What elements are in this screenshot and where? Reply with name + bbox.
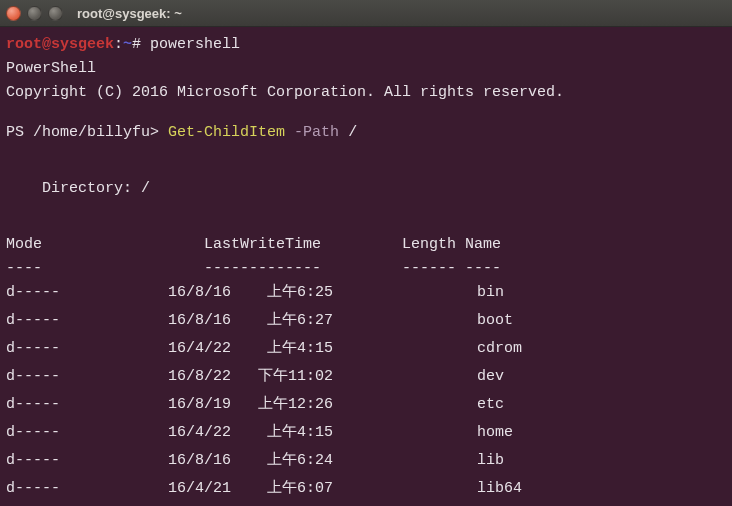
ps-prompt-line: PS /home/billyfu> Get-ChildItem -Path / bbox=[6, 121, 726, 145]
ps-param: -Path bbox=[294, 124, 339, 141]
table-row: d----- 16/4/21 上午6:07 lib64 bbox=[6, 477, 726, 501]
banner-line1: PowerShell bbox=[6, 57, 726, 81]
column-dashes: ---- ------------- ------ ---- bbox=[6, 257, 726, 281]
table-row: d----- 16/4/22 上午4:15 home bbox=[6, 421, 726, 445]
maximize-icon[interactable] bbox=[48, 6, 63, 21]
table-row: d----- 16/8/16 上午6:27 boot bbox=[6, 309, 726, 333]
listing-rows: d----- 16/8/16 上午6:25 bind----- 16/8/16 … bbox=[6, 281, 726, 505]
ps-prompt: PS /home/billyfu> bbox=[6, 124, 159, 141]
table-row: d----- 16/8/16 上午6:24 lib bbox=[6, 449, 726, 473]
window-titlebar: root@sysgeek: ~ bbox=[0, 0, 732, 27]
prompt-host: sysgeek bbox=[51, 36, 114, 53]
table-row: d----- 16/4/22 上午4:15 cdrom bbox=[6, 337, 726, 361]
prompt-user: root bbox=[6, 36, 42, 53]
terminal-body[interactable]: root@sysgeek:~# powershell PowerShell Co… bbox=[0, 27, 732, 505]
prompt-symbol: # bbox=[132, 36, 141, 53]
shell-prompt-line: root@sysgeek:~# powershell bbox=[6, 33, 726, 57]
minimize-icon[interactable] bbox=[27, 6, 42, 21]
window-title: root@sysgeek: ~ bbox=[77, 6, 182, 21]
shell-command: powershell bbox=[150, 36, 240, 53]
column-headers: Mode LastWriteTime Length Name bbox=[6, 233, 726, 257]
ps-arg: / bbox=[348, 124, 357, 141]
table-row: d----- 16/8/16 上午6:25 bin bbox=[6, 281, 726, 305]
table-row: d----- 16/8/22 下午11:02 dev bbox=[6, 365, 726, 389]
prompt-cwd: ~ bbox=[123, 36, 132, 53]
ps-cmdlet: Get-ChildItem bbox=[168, 124, 285, 141]
directory-header: Directory: / bbox=[6, 177, 726, 201]
banner-line2: Copyright (C) 2016 Microsoft Corporation… bbox=[6, 81, 726, 105]
close-icon[interactable] bbox=[6, 6, 21, 21]
table-row: d----- 16/8/19 上午12:26 etc bbox=[6, 393, 726, 417]
